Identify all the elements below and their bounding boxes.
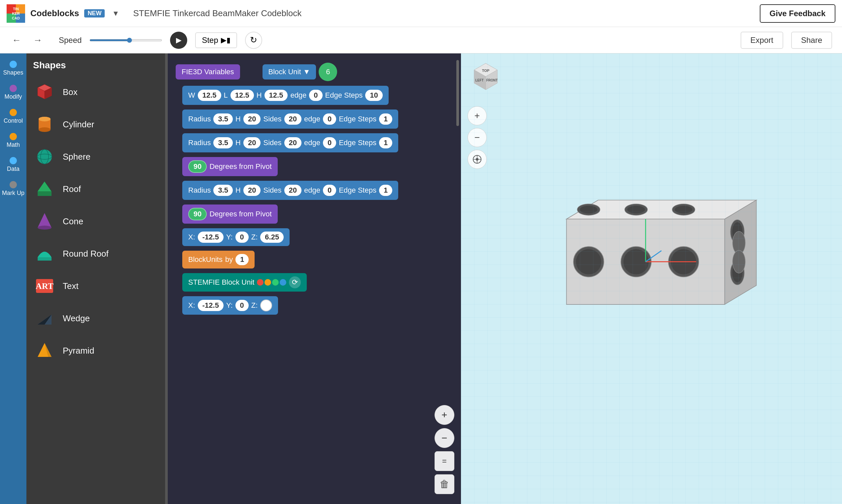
shapes-header: Shapes — [27, 57, 165, 76]
control-label: Control — [4, 118, 23, 124]
bottom-xyz-block[interactable]: X: -12.5 Y: 0 Z: — [182, 296, 278, 315]
l-value[interactable]: 12.5 — [230, 90, 254, 101]
viewport-home[interactable] — [467, 150, 487, 169]
roundroof-label: Round Roof — [63, 249, 109, 259]
step-icon: ▶▮ — [221, 36, 230, 44]
edge-val-4[interactable]: 0 — [323, 185, 336, 196]
radius-block-2[interactable]: Radius 3.5 H 20 Sides 20 edge 0 Edge Ste… — [182, 133, 398, 152]
scroll-bar[interactable] — [456, 60, 459, 126]
row2-block: Radius 3.5 H 20 Sides 20 edge 0 Edge Ste… — [181, 108, 454, 130]
shape-sphere-item[interactable]: Sphere — [27, 141, 165, 173]
by-value[interactable]: 1 — [236, 254, 248, 265]
radius-val-1[interactable]: 3.5 — [213, 113, 233, 125]
secondbar: ← → Speed ▶ Step ▶▮ ↻ Export Share — [0, 27, 842, 53]
edge-steps-val-4[interactable]: 1 — [379, 185, 392, 196]
sidebar-item-markup[interactable]: Mark Up — [0, 177, 27, 200]
reset-button[interactable]: ↻ — [245, 32, 262, 49]
shape-cylinder-item[interactable]: Cylinder — [27, 108, 165, 141]
box-icon — [33, 80, 56, 104]
shape-cone-item[interactable]: Cone — [27, 205, 165, 237]
shape-wedge-item[interactable]: Wedge — [27, 302, 165, 335]
z-value[interactable]: 6.25 — [260, 232, 283, 243]
degrees-1-block[interactable]: 90 Degrees from Pivot — [182, 157, 278, 176]
back-button[interactable]: ← — [10, 33, 23, 48]
text-icon: ART — [33, 274, 56, 298]
bottom-y-value[interactable]: 0 — [236, 300, 248, 311]
variables-button[interactable]: FIE3D Variables — [176, 64, 240, 79]
shape-text-item[interactable]: ART Text — [27, 270, 165, 302]
sidebar-item-shapes[interactable]: Shapes — [0, 57, 27, 80]
forward-button[interactable]: → — [31, 33, 44, 48]
give-feedback-button[interactable]: Give Feedback — [760, 4, 836, 23]
radius-block-3[interactable]: Radius 3.5 H 20 Sides 20 edge 0 Edge Ste… — [182, 181, 398, 200]
bottom-x-value[interactable]: -12.5 — [198, 300, 224, 311]
degrees-val-2[interactable]: 90 — [188, 208, 207, 220]
x-value[interactable]: -12.5 — [198, 232, 224, 243]
sidebar-item-modify[interactable]: Modify — [0, 81, 27, 104]
step-button[interactable]: Step ▶▮ — [195, 32, 237, 48]
shape-roof-item[interactable]: Roof — [27, 173, 165, 205]
viewport: TOP FRONT LEFT + − — [461, 53, 842, 504]
sides-val-3[interactable]: 20 — [284, 185, 302, 196]
edge-val-2[interactable]: 0 — [323, 113, 336, 125]
degrees-2-block[interactable]: 90 Degrees from Pivot — [182, 204, 278, 223]
sidebar-item-data[interactable]: Data — [0, 153, 27, 177]
value-6-block[interactable]: 6 — [319, 63, 337, 81]
speed-label: Speed — [59, 36, 82, 45]
edge-value[interactable]: 0 — [309, 90, 322, 101]
radius-block-1[interactable]: Radius 3.5 H 20 Sides 20 edge 0 Edge Ste… — [182, 109, 398, 129]
edge-steps-val-3[interactable]: 1 — [379, 137, 392, 148]
w-value[interactable]: 12.5 — [198, 90, 221, 101]
panel-divider[interactable] — [165, 53, 168, 504]
play-button[interactable]: ▶ — [170, 32, 187, 49]
3d-object — [487, 80, 836, 498]
edge-steps-val-2[interactable]: 1 — [379, 113, 392, 125]
shape-box-item[interactable]: Box — [27, 76, 165, 108]
row1-block: W 12.5 L 12.5 H 12.5 edge 0 Edge Steps 1… — [181, 85, 454, 106]
text-label: Text — [63, 281, 79, 291]
trash-button[interactable]: 🗑 — [434, 474, 454, 494]
edge-steps-value-1[interactable]: 10 — [365, 90, 382, 101]
sides-val-1[interactable]: 20 — [284, 113, 302, 125]
sides-val-2[interactable]: 20 — [284, 137, 302, 148]
radius-val-2[interactable]: 3.5 — [213, 137, 233, 148]
sidebar-item-math[interactable]: Math — [0, 129, 27, 152]
data-label: Data — [7, 166, 19, 173]
radius-val-3[interactable]: 3.5 — [213, 185, 233, 196]
control-dot — [10, 109, 17, 116]
pyramid-label: Pyramid — [63, 346, 94, 356]
radius-h-3[interactable]: 20 — [243, 185, 260, 196]
markup-dot — [10, 181, 17, 188]
wedge-icon — [33, 307, 56, 330]
edge-val-3[interactable]: 0 — [323, 137, 336, 148]
block-units-dropdown[interactable]: Block Unit ▼ — [262, 64, 316, 79]
topbar: TIN KER CAD Codeblocks NEW ▼ STEMFIE Tin… — [0, 0, 842, 27]
share-button[interactable]: Share — [791, 32, 832, 49]
y-value[interactable]: 0 — [236, 232, 248, 243]
degrees-val-1[interactable]: 90 — [188, 160, 207, 173]
box-label: Box — [63, 87, 78, 97]
export-button[interactable]: Export — [741, 32, 783, 49]
w-l-h-block[interactable]: W 12.5 L 12.5 H 12.5 edge 0 Edge Steps 1… — [182, 86, 389, 105]
row3-block: Radius 3.5 H 20 Sides 20 edge 0 Edge Ste… — [181, 132, 454, 154]
zoom-in-button[interactable]: + — [434, 405, 454, 425]
zoom-out-button[interactable]: − — [434, 428, 454, 448]
equals-button[interactable]: = — [434, 451, 454, 471]
radius-h-2[interactable]: 20 — [243, 137, 260, 148]
new-badge: NEW — [84, 9, 105, 17]
sidebar-item-control[interactable]: Control — [0, 105, 27, 128]
svg-point-13 — [39, 117, 51, 121]
bottom-xyz-row: X: -12.5 Y: 0 Z: — [181, 295, 454, 316]
app-dropdown[interactable]: ▼ — [110, 8, 121, 19]
shape-roundroof-item[interactable]: Round Roof — [27, 237, 165, 270]
xyz-block[interactable]: X: -12.5 Y: 0 Z: 6.25 — [182, 228, 290, 246]
stemfie-block-unit[interactable]: STEMFIE Block Unit ⟳ — [182, 273, 307, 292]
radius-h-1[interactable]: 20 — [243, 113, 260, 125]
shape-pyramid-item[interactable]: Pyramid — [27, 335, 165, 367]
block-units-by-block[interactable]: BlockUnits by 1 — [182, 251, 255, 269]
viewport-zoom-in[interactable]: + — [467, 106, 487, 125]
speed-slider[interactable] — [89, 39, 162, 41]
h-value[interactable]: 12.5 — [264, 90, 288, 101]
viewport-zoom-out[interactable]: − — [467, 128, 487, 147]
pyramid-icon — [33, 339, 56, 362]
